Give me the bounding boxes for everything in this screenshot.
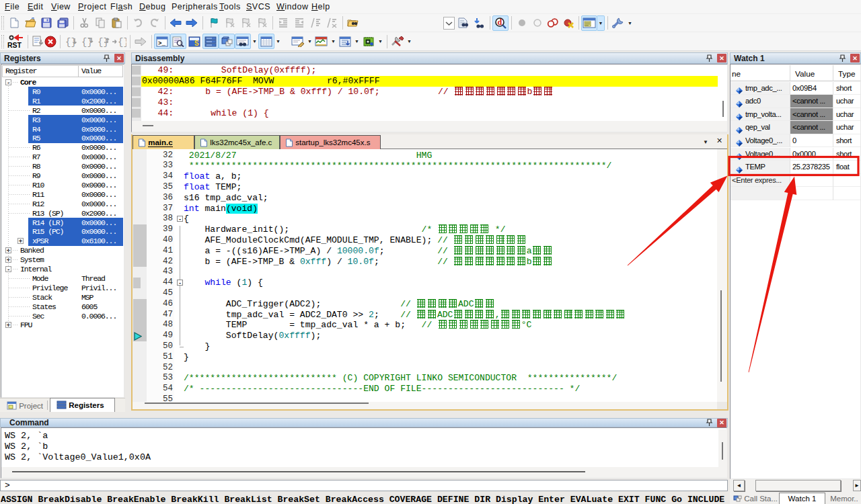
svg-text:>_: >_ xyxy=(158,40,165,47)
svg-text:d: d xyxy=(497,17,502,27)
svg-text:{}: {} xyxy=(118,37,126,47)
svg-text:RST: RST xyxy=(7,41,22,49)
svg-text:S: S xyxy=(194,40,199,47)
